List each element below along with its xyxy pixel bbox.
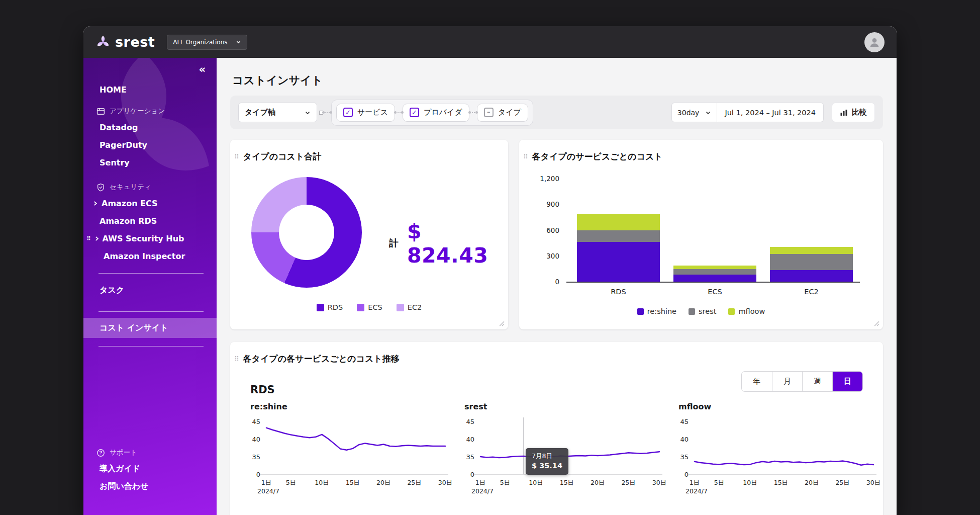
period-button-month[interactable]: 月 (772, 372, 802, 391)
legend-label: ECS (368, 303, 382, 311)
organization-selector[interactable]: ALL Organizations (167, 35, 247, 50)
period-button-day[interactable]: 日 (832, 372, 862, 391)
compare-label: 比較 (852, 108, 867, 117)
dotted-connector (323, 112, 331, 113)
checkbox-indeterminate-icon[interactable] (484, 108, 494, 117)
legend-item: re:shine (637, 307, 676, 315)
date-range-field[interactable]: Jul 1, 2024 – Jul 31, 2024 (717, 103, 824, 122)
legend-swatch (637, 308, 644, 315)
sidebar-item-aws-security-hub[interactable]: ⠿ AWS Security Hub (83, 230, 217, 247)
legend-label: mfloow (738, 307, 765, 315)
tooltip-value: $ 35.14 (532, 461, 562, 471)
sidebar-item-contact[interactable]: お問い合わせ (83, 478, 217, 495)
sidebar-section-applications: アプリケーション (83, 104, 217, 119)
legend-item: EC2 (397, 303, 422, 311)
range-length-select[interactable]: 30day (671, 103, 718, 122)
type-axis-select[interactable]: タイプ軸 (238, 103, 317, 122)
user-icon (868, 36, 881, 49)
sidebar-item-sentry[interactable]: Sentry (83, 154, 217, 171)
svg-text:2024/7: 2024/7 (471, 487, 494, 495)
bar-categories: RDS ECS EC2 (577, 288, 860, 296)
svg-text:0: 0 (256, 471, 260, 478)
organization-selector-value: ALL Organizations (173, 39, 227, 46)
drag-handle-icon[interactable]: ⠿ (86, 236, 91, 241)
stacked-bar-chart: 03006009001,200 (566, 180, 860, 283)
svg-text:45: 45 (680, 418, 689, 425)
section-label: アプリケーション (110, 107, 165, 116)
chip-label: タイプ (498, 108, 521, 117)
chevron-right-icon[interactable] (94, 236, 100, 241)
legend-label: RDS (328, 303, 343, 311)
checkbox-checked-icon[interactable] (343, 108, 353, 117)
svg-text:45: 45 (252, 418, 260, 425)
sidebar-section-security: セキュリティ (83, 180, 217, 195)
legend-item: RDS (317, 303, 343, 311)
svg-text:40: 40 (252, 436, 260, 443)
help-circle-icon (96, 449, 105, 457)
sidebar-item-tasks[interactable]: タスク (83, 282, 217, 299)
svg-text:45: 45 (466, 418, 474, 425)
legend-item: ECS (357, 303, 382, 311)
period-button-week[interactable]: 週 (802, 372, 832, 391)
svg-text:35: 35 (680, 453, 689, 461)
svg-text:40: 40 (466, 436, 474, 443)
sidebar-item-cost-insight[interactable]: コスト インサイト (83, 318, 217, 338)
bar-category-label: RDS (577, 288, 660, 296)
sidebar-item-amazon-inspector[interactable]: Amazon Inspector (83, 247, 217, 265)
svg-text:5日: 5日 (500, 479, 510, 486)
drag-handle-icon[interactable]: ⠿ (523, 153, 528, 160)
legend-item: mfloow (728, 307, 765, 315)
sidebar-item-pagerduty[interactable]: PagerDuty (83, 136, 217, 154)
svg-text:40: 40 (680, 436, 689, 443)
donut-card-title: タイプのコスト合計 (243, 151, 322, 162)
checkbox-checked-icon[interactable] (410, 108, 419, 117)
bar-card-title: 各タイプのサービスごとのコスト (532, 151, 663, 162)
app-window-icon (96, 107, 105, 116)
legend-label: EC2 (408, 303, 422, 311)
bar-legend: re:shine srest mfloow (519, 307, 883, 315)
range-length-value: 30day (677, 109, 700, 117)
shield-check-icon (96, 183, 105, 192)
filter-chip[interactable]: タイプ (477, 104, 528, 122)
chip-label: プロバイダ (424, 108, 462, 117)
svg-text:30日: 30日 (438, 479, 452, 486)
filter-chip[interactable]: プロバイダ (403, 104, 469, 122)
svg-text:2024/7: 2024/7 (257, 487, 279, 495)
legend-swatch (357, 304, 364, 311)
bar-chart-icon (840, 109, 848, 117)
sidebar-item-datadog[interactable]: Datadog (83, 119, 217, 136)
resize-handle-icon[interactable] (498, 320, 505, 326)
dotted-connector (395, 112, 403, 113)
sidebar-item-onboarding-guide[interactable]: 導入ガイド (83, 460, 217, 478)
sidebar-item-amazon-rds[interactable]: Amazon RDS (83, 212, 217, 230)
srest-logo-icon (95, 35, 111, 50)
donut-legend: RDS ECS EC2 (230, 303, 508, 311)
line-chart-mfloow: mfloow 03540451日5日10日15日20日25日30日2024/7 (673, 402, 880, 504)
legend-swatch (689, 308, 695, 315)
srest-logo: srest (95, 34, 155, 50)
section-label: セキュリティ (110, 183, 151, 192)
bar-category-label: EC2 (770, 288, 853, 296)
sidebar-item-amazon-ecs[interactable]: Amazon ECS (83, 195, 217, 212)
sidebar-item-home[interactable]: HOME (83, 81, 217, 99)
resize-handle-icon[interactable] (873, 320, 879, 326)
sidebar-collapse-button[interactable]: « (199, 64, 206, 75)
sidebar-divider (99, 311, 204, 312)
legend-item: srest (689, 307, 716, 315)
tooltip-date: 7月8日 (532, 452, 562, 461)
svg-text:25日: 25日 (407, 479, 421, 486)
drag-handle-icon[interactable]: ⠿ (234, 153, 239, 160)
sidebar-section-support: サポート (83, 445, 217, 460)
sidebar: « HOME アプリケーション Datadog PagerDuty Sentry… (83, 58, 217, 515)
total-prefix: 計 (389, 237, 399, 250)
compare-button[interactable]: 比較 (832, 103, 875, 122)
filter-bar: タイプ軸 サービス プロバイダ (230, 96, 883, 129)
svg-text:30日: 30日 (866, 479, 880, 486)
filter-chip[interactable]: サービス (336, 104, 395, 122)
chevron-right-icon[interactable] (92, 201, 98, 206)
user-avatar-button[interactable] (864, 32, 885, 52)
section-label: サポート (110, 448, 137, 457)
period-button-year[interactable]: 年 (742, 372, 772, 391)
drag-handle-icon[interactable]: ⠿ (234, 356, 239, 362)
legend-swatch (397, 304, 404, 311)
